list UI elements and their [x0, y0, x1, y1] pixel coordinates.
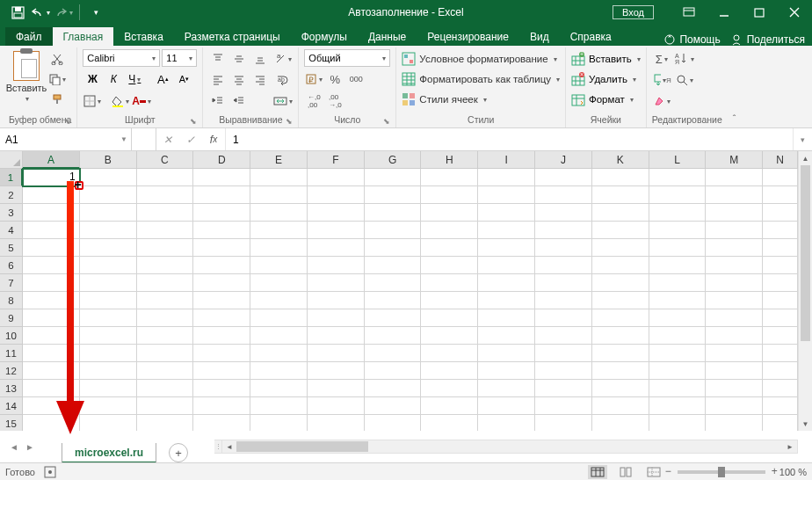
decrease-indent-icon[interactable]	[208, 91, 228, 111]
cell-I3[interactable]	[478, 204, 535, 222]
cell-L12[interactable]	[649, 362, 707, 380]
cell-C9[interactable]	[137, 309, 194, 327]
col-head-H[interactable]: H	[421, 151, 478, 168]
hscroll-thumb[interactable]	[236, 441, 368, 452]
cell-F7[interactable]	[308, 274, 365, 292]
cell-K15[interactable]	[592, 415, 649, 433]
cell-J8[interactable]	[535, 292, 592, 309]
cell-I12[interactable]	[478, 362, 535, 380]
comma-icon[interactable]: 000	[346, 69, 366, 89]
tab-review[interactable]: Рецензирование	[417, 27, 519, 46]
cell-G6[interactable]	[365, 257, 422, 274]
cell-C13[interactable]	[137, 380, 194, 397]
col-head-L[interactable]: L	[649, 151, 707, 168]
cell-A8[interactable]	[23, 292, 80, 309]
cell-K8[interactable]	[592, 292, 649, 309]
cell-A15[interactable]	[23, 415, 80, 433]
row-head-8[interactable]: 8	[0, 292, 22, 309]
row-head-9[interactable]: 9	[0, 309, 22, 327]
minimize-icon[interactable]	[707, 0, 742, 25]
cell-I14[interactable]	[478, 397, 535, 415]
increase-font-icon[interactable]: A▴	[153, 69, 172, 89]
align-left-icon[interactable]	[208, 70, 228, 90]
cell-C6[interactable]	[137, 257, 194, 274]
cell-N9[interactable]	[763, 309, 798, 327]
cell-H7[interactable]	[421, 274, 478, 292]
cell-A1[interactable]: 1+	[23, 169, 80, 186]
cell-D11[interactable]	[193, 345, 250, 362]
cell-H1[interactable]	[421, 169, 478, 186]
cell-F9[interactable]	[308, 309, 365, 327]
col-head-M[interactable]: M	[706, 151, 763, 168]
cell-G15[interactable]	[365, 415, 422, 433]
row-head-3[interactable]: 3	[0, 204, 22, 222]
cell-J13[interactable]	[535, 380, 592, 397]
tab-data[interactable]: Данные	[358, 27, 417, 46]
col-head-G[interactable]: G	[365, 151, 422, 168]
cell-M12[interactable]	[706, 362, 763, 380]
cell-A4[interactable]	[23, 222, 80, 239]
format-cells-button[interactable]: Формат▾	[571, 90, 634, 109]
col-head-F[interactable]: F	[308, 151, 365, 168]
col-head-I[interactable]: I	[478, 151, 535, 168]
cell-D2[interactable]	[193, 186, 250, 204]
cell-I8[interactable]	[478, 292, 535, 309]
font-size-combo[interactable]: 11▾	[162, 49, 197, 67]
cell-D5[interactable]	[193, 239, 250, 257]
cell-M14[interactable]	[706, 397, 763, 415]
cell-B11[interactable]	[80, 345, 137, 362]
align-top-icon[interactable]	[208, 49, 228, 69]
cell-M13[interactable]	[706, 380, 763, 397]
cell-I1[interactable]	[478, 169, 535, 186]
cell-L5[interactable]	[649, 239, 707, 257]
percent-icon[interactable]: %	[325, 69, 344, 89]
cell-F14[interactable]	[308, 397, 365, 415]
cell-F11[interactable]	[308, 345, 365, 362]
conditional-formatting-button[interactable]: Условное форматирование▾	[402, 49, 556, 69]
cell-C10[interactable]	[137, 327, 194, 345]
cell-J10[interactable]	[535, 327, 592, 345]
orientation-icon[interactable]: а▾	[273, 49, 293, 69]
cell-E9[interactable]	[250, 309, 308, 327]
cell-J2[interactable]	[535, 186, 592, 204]
cell-N4[interactable]	[763, 222, 798, 239]
cell-C14[interactable]	[137, 397, 194, 415]
cell-L8[interactable]	[649, 292, 707, 309]
normal-view-icon[interactable]	[588, 465, 607, 479]
cell-C3[interactable]	[137, 204, 194, 222]
cell-G9[interactable]	[365, 309, 422, 327]
bold-button[interactable]: Ж	[83, 69, 102, 89]
col-head-N[interactable]: N	[763, 151, 798, 168]
tab-layout[interactable]: Разметка страницы	[174, 27, 291, 46]
zoom-slider[interactable]: − +	[678, 470, 765, 474]
col-head-C[interactable]: C	[137, 151, 194, 168]
cell-J1[interactable]	[535, 169, 592, 186]
cell-L13[interactable]	[649, 380, 707, 397]
row-head-5[interactable]: 5	[0, 239, 22, 257]
cell-E12[interactable]	[250, 362, 308, 380]
number-format-combo[interactable]: Общий▾	[304, 49, 390, 67]
tab-view[interactable]: Вид	[519, 27, 560, 46]
row-head-10[interactable]: 10	[0, 327, 22, 345]
cell-E2[interactable]	[250, 186, 308, 204]
cell-F12[interactable]	[308, 362, 365, 380]
accounting-icon[interactable]: ₽▾	[304, 69, 323, 89]
cell-K5[interactable]	[592, 239, 649, 257]
cell-E8[interactable]	[250, 292, 308, 309]
cell-B7[interactable]	[80, 274, 137, 292]
cell-H5[interactable]	[421, 239, 478, 257]
cell-F10[interactable]	[308, 327, 365, 345]
cell-A13[interactable]	[23, 380, 80, 397]
cell-J6[interactable]	[535, 257, 592, 274]
cell-N13[interactable]	[763, 380, 798, 397]
tab-formulas[interactable]: Формулы	[291, 27, 358, 46]
cell-K4[interactable]	[592, 222, 649, 239]
cell-G2[interactable]	[365, 186, 422, 204]
cell-H3[interactable]	[421, 204, 478, 222]
sort-filter-icon[interactable]: AЯ▾	[675, 49, 694, 69]
page-break-view-icon[interactable]	[644, 465, 663, 479]
cell-G7[interactable]	[365, 274, 422, 292]
row-head-11[interactable]: 11	[0, 345, 22, 362]
cell-I4[interactable]	[478, 222, 535, 239]
cell-N12[interactable]	[763, 362, 798, 380]
